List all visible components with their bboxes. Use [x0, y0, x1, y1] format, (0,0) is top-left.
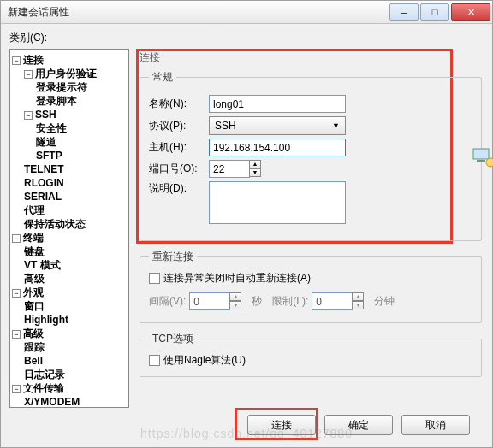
minutes-label: 分钟 [374, 294, 395, 309]
host-input[interactable] [209, 139, 346, 156]
tree-file-transfer[interactable]: −文件传输 X/YMODEM ZMODEM [12, 381, 127, 408]
collapse-icon[interactable]: − [12, 234, 21, 243]
tree-advanced[interactable]: 高级 [24, 272, 127, 286]
connect-button[interactable]: 连接 [247, 415, 316, 435]
reconnect-legend: 重新连接 [149, 250, 197, 264]
window-title: 新建会话属性 [8, 5, 69, 20]
collapse-icon[interactable]: − [12, 385, 21, 393]
desc-label: 说明(D): [149, 181, 209, 196]
tree-rlogin[interactable]: RLOGIN [24, 176, 127, 190]
spin-up-icon: ▲ [229, 292, 241, 301]
tree-advanced2[interactable]: −高级 跟踪 Bell 日志记录 [12, 327, 127, 381]
name-label: 名称(N): [149, 97, 209, 111]
spin-down-icon[interactable]: ▼ [249, 168, 261, 177]
tree-vt[interactable]: VT 模式 [24, 258, 127, 272]
collapse-icon[interactable]: − [12, 56, 21, 65]
tree-ssh[interactable]: −SSH 安全性 隧道 SFTP [24, 108, 127, 162]
protocol-label: 协议(P): [149, 119, 209, 133]
port-input[interactable] [209, 160, 250, 178]
name-input[interactable] [209, 95, 346, 113]
tree-log[interactable]: 日志记录 [24, 368, 127, 381]
svg-point-2 [486, 158, 493, 167]
nagle-checkbox[interactable]: 使用Nagle算法(U) [149, 353, 472, 368]
tree-terminal[interactable]: −终端 键盘 VT 模式 高级 [12, 231, 127, 286]
collapse-icon[interactable]: − [24, 70, 33, 79]
settings-panel: 连接 常规 名称(N): 协议(P): SSH [138, 49, 484, 408]
limit-input [312, 292, 353, 310]
tree-telnet[interactable]: TELNET [24, 162, 127, 176]
protocol-select[interactable]: SSH ▼ [209, 116, 346, 135]
tree-security[interactable]: 安全性 [36, 121, 127, 135]
checkbox-icon [149, 355, 160, 366]
general-group: 常规 名称(N): 协议(P): SSH ▼ [140, 70, 482, 241]
spin-down-icon: ▼ [352, 301, 364, 309]
dialog-body: 类别(C): −连接 −用户身份验证 登录提示符 登录脚本 [1, 24, 492, 447]
tree-proxy[interactable]: 代理 [24, 203, 127, 217]
host-label: 主机(H): [149, 140, 209, 155]
tree-highlight[interactable]: Highlight [24, 313, 127, 327]
main-area: −连接 −用户身份验证 登录提示符 登录脚本 −SSH 安 [9, 49, 484, 408]
interval-label: 间隔(V): [149, 294, 186, 309]
maximize-button[interactable]: □ [420, 3, 449, 21]
chevron-down-icon: ▼ [332, 121, 340, 130]
tree-login-prompt[interactable]: 登录提示符 [36, 80, 127, 94]
tree-trace[interactable]: 跟踪 [24, 340, 127, 354]
port-spinner[interactable]: ▲ ▼ [209, 160, 261, 178]
collapse-icon[interactable]: − [12, 330, 21, 339]
tree-sftp[interactable]: SFTP [36, 149, 127, 162]
close-button[interactable]: ✕ [451, 3, 490, 21]
nagle-label: 使用Nagle算法(U) [163, 353, 246, 368]
tree-tunnel[interactable]: 隧道 [36, 135, 127, 149]
tree-xymodem[interactable]: X/YMODEM [24, 395, 127, 408]
window-controls: – □ ✕ [389, 3, 490, 21]
computer-icon [471, 144, 493, 170]
seconds-label: 秒 [252, 294, 262, 309]
panel-title: 连接 [140, 50, 484, 65]
tree-auth[interactable]: −用户身份验证 登录提示符 登录脚本 [24, 67, 127, 108]
auto-reconnect-checkbox[interactable]: 连接异常关闭时自动重新连接(A) [149, 271, 472, 286]
interval-spinner: ▲▼ [189, 292, 241, 310]
minimize-button[interactable]: – [389, 3, 419, 21]
auto-reconnect-label: 连接异常关闭时自动重新连接(A) [163, 271, 311, 286]
dialog-buttons: 连接 确定 取消 [9, 408, 484, 442]
limit-spinner: ▲▼ [312, 292, 364, 310]
spin-down-icon: ▼ [229, 301, 241, 309]
tree-bell[interactable]: Bell [24, 354, 127, 368]
tree-serial[interactable]: SERIAL [24, 190, 127, 203]
ok-button[interactable]: 确定 [324, 415, 393, 435]
general-legend: 常规 [149, 70, 176, 85]
tree-login-script[interactable]: 登录脚本 [36, 94, 127, 108]
tcp-group: TCP选项 使用Nagle算法(U) [140, 332, 482, 377]
reconnect-group: 重新连接 连接异常关闭时自动重新连接(A) 间隔(V): ▲▼ 秒 限制(L): [140, 250, 482, 323]
collapse-icon[interactable]: − [12, 289, 21, 298]
tcp-legend: TCP选项 [149, 332, 197, 346]
category-tree[interactable]: −连接 −用户身份验证 登录提示符 登录脚本 −SSH 安 [9, 49, 129, 408]
collapse-icon[interactable]: − [24, 111, 33, 120]
category-label: 类别(C): [9, 31, 484, 45]
tree-window[interactable]: 窗口 [24, 299, 127, 313]
titlebar: 新建会话属性 – □ ✕ [1, 1, 492, 24]
spin-up-icon[interactable]: ▲ [249, 160, 261, 168]
interval-input [189, 292, 230, 310]
svg-rect-0 [473, 149, 489, 159]
tree-connection[interactable]: −连接 −用户身份验证 登录提示符 登录脚本 −SSH 安 [12, 53, 127, 231]
tree-keepalive[interactable]: 保持活动状态 [24, 217, 127, 231]
spin-up-icon: ▲ [352, 292, 364, 301]
limit-label: 限制(L): [272, 294, 308, 309]
port-label: 端口号(O): [149, 162, 209, 176]
svg-rect-1 [477, 160, 485, 162]
dialog-window: 新建会话属性 – □ ✕ 类别(C): −连接 −用户身份验证 登录提示符 [0, 0, 493, 448]
protocol-value: SSH [215, 120, 236, 132]
tree-appearance[interactable]: −外观 窗口 Highlight [12, 286, 127, 327]
description-input[interactable] [209, 181, 346, 224]
tree-keyboard[interactable]: 键盘 [24, 245, 127, 258]
checkbox-icon [149, 273, 160, 284]
cancel-button[interactable]: 取消 [401, 415, 470, 435]
